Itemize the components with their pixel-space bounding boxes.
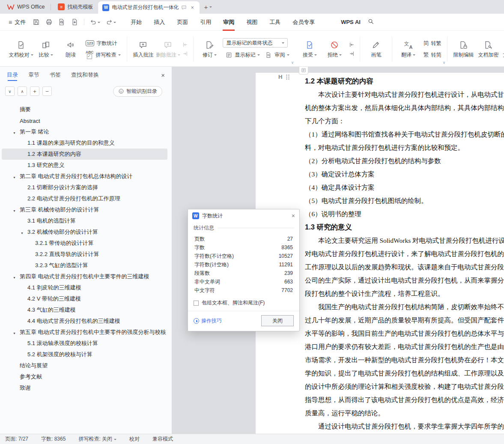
heading-handle-widget[interactable]: H bbox=[278, 74, 290, 80]
reject-button[interactable]: 拒绝 bbox=[322, 39, 347, 59]
toc-item[interactable]: Abstract bbox=[2, 115, 167, 126]
compat-mode-indicator[interactable]: 兼容模式 bbox=[152, 435, 173, 443]
toc-item[interactable]: 3.2.1 带传动的设计计算 bbox=[2, 238, 167, 249]
toc-item[interactable]: 第四章 电动式甘蔗分段打包机中主要零件的三维建模 bbox=[2, 271, 167, 282]
spell-check-button[interactable]: ABC✓ 拼写检查 bbox=[83, 50, 123, 60]
toc-item[interactable]: 4.1 剥皮轮的三维建模 bbox=[2, 282, 167, 293]
toc-item[interactable]: 3.2.2 直线导轨的设计计算 bbox=[2, 249, 167, 260]
ribbon-tab[interactable]: 引用 bbox=[194, 14, 217, 31]
ribbon-tab[interactable]: 会员专享 bbox=[286, 14, 321, 31]
previous-change-icon[interactable] bbox=[347, 41, 356, 48]
track-changes-button[interactable]: 修订 bbox=[197, 39, 222, 59]
ribbon-tab[interactable]: 视图 bbox=[240, 14, 263, 31]
proofread-button[interactable]: 文档校对 bbox=[9, 39, 33, 59]
toc-item[interactable]: 结论与展望 bbox=[2, 360, 167, 371]
ribbon-tab[interactable]: 审阅 bbox=[217, 14, 240, 31]
ribbon-tab[interactable]: 页面 bbox=[171, 14, 194, 31]
toc-item[interactable]: 2.2 电动式甘蔗分段打包机的工作原理 bbox=[2, 193, 167, 204]
toc-item[interactable]: 第一章 绪论 bbox=[2, 126, 167, 137]
expand-triangle-icon[interactable] bbox=[13, 173, 20, 180]
ink-brush-button[interactable]: 画笔 bbox=[364, 39, 388, 59]
document-tab[interactable]: 找稿壳模板 bbox=[53, 0, 98, 14]
navigation-tab[interactable]: 查找和替换 bbox=[71, 67, 99, 83]
translate-button[interactable]: 文A 翻译 bbox=[396, 39, 420, 59]
undo-button[interactable] bbox=[90, 19, 100, 26]
toc-item[interactable]: 3.2 机械传动部分的设计计算 bbox=[2, 226, 167, 238]
print-preview-button[interactable] bbox=[58, 18, 66, 26]
chevron-down-icon[interactable] bbox=[113, 22, 116, 24]
ribbon-tab[interactable]: 工具 bbox=[263, 14, 286, 31]
expand-triangle-icon[interactable] bbox=[13, 329, 20, 336]
toc-item[interactable]: 第五章 电动式甘蔗分段打包机中主要零件的强度分析与校核 bbox=[2, 327, 167, 338]
toc-item[interactable]: 4.3 气缸的三维建模 bbox=[2, 304, 167, 316]
smart-toc-button[interactable]: 智能识别目录 bbox=[113, 86, 162, 97]
toc-item[interactable]: 1.1 课题的来源与研究的目的和意义 bbox=[2, 137, 167, 149]
toc-item[interactable]: 3.2.3 气缸的选型计算 bbox=[2, 260, 167, 271]
toc-item[interactable]: 3.1 电机的选型计算 bbox=[2, 215, 167, 226]
close-dialog-icon[interactable] bbox=[292, 212, 295, 219]
save-button[interactable] bbox=[33, 18, 40, 26]
insert-comment-button[interactable]: 插入批注 bbox=[131, 39, 155, 59]
wps-ai-button[interactable]: WPS AI bbox=[332, 19, 361, 26]
group-expand-icon[interactable] bbox=[443, 60, 446, 65]
toc-item[interactable]: 第二章 电动式甘蔗分段打包机总体结构的设计 bbox=[2, 171, 167, 182]
checkbox-icon[interactable] bbox=[194, 301, 199, 306]
navigation-tab[interactable]: 章节 bbox=[28, 67, 39, 83]
proofread-indicator[interactable]: 校对 bbox=[129, 435, 140, 443]
accept-button[interactable]: 接受 bbox=[297, 39, 322, 59]
expand-triangle-icon[interactable] bbox=[13, 129, 20, 135]
page-indicator[interactable]: 页面: 7/27 bbox=[5, 435, 28, 443]
dialog-titlebar[interactable]: W 字数统计 bbox=[188, 209, 299, 222]
toc-item[interactable]: 2.1 切断部分设计方案的选择 bbox=[2, 182, 167, 193]
new-tab-button[interactable]: + bbox=[204, 3, 208, 11]
close-pane-icon[interactable] bbox=[161, 72, 165, 79]
to-traditional-button[interactable]: 简 转繁 bbox=[420, 38, 444, 48]
show-markup-button[interactable]: 显示标记 bbox=[223, 50, 262, 60]
markup-state-dropdown[interactable]: 显示标记的最终状态 bbox=[223, 38, 288, 48]
close-tab-icon[interactable] bbox=[189, 5, 195, 11]
group-expand-icon[interactable] bbox=[291, 60, 294, 65]
toc-item[interactable]: 第三章 机械传动部分的设计计算 bbox=[2, 204, 167, 215]
next-change-icon[interactable] bbox=[347, 50, 356, 57]
review-button[interactable]: 审阅 bbox=[262, 50, 292, 60]
word-count-button[interactable]: 123 字数统计 bbox=[83, 38, 123, 48]
toc-item[interactable]: 1.2 本课题研究的内容 bbox=[2, 149, 167, 160]
expand-all-button[interactable] bbox=[18, 86, 27, 96]
tips-link[interactable]: 操作技巧 bbox=[194, 317, 222, 325]
navigation-tab[interactable]: 书签 bbox=[50, 67, 61, 83]
document-tab[interactable]: 电动式甘蔗分段打包机一体化 bbox=[98, 1, 200, 14]
floating-tool-button[interactable] bbox=[299, 67, 308, 74]
toc-item[interactable]: 1.3 研究的意义 bbox=[2, 160, 167, 171]
toc-item[interactable]: 摘要 bbox=[2, 104, 167, 115]
drag-handle-icon[interactable] bbox=[286, 74, 290, 80]
export-pdf-button[interactable] bbox=[71, 18, 78, 26]
file-menu-button[interactable]: 文件 bbox=[5, 18, 29, 26]
close-button[interactable]: 关闭 bbox=[261, 315, 294, 326]
toc-item[interactable]: 致谢 bbox=[2, 382, 167, 393]
print-button[interactable] bbox=[45, 18, 53, 26]
word-count-indicator[interactable]: 字数: 8365 bbox=[41, 435, 66, 443]
toc-item[interactable]: 5.1 滚动轴承强度的校核计算 bbox=[2, 338, 167, 349]
comment-bubble-icon[interactable] bbox=[181, 5, 187, 10]
toc-item[interactable]: 参考文献 bbox=[2, 371, 167, 382]
to-simplified-button[interactable]: 繁 转简 bbox=[420, 50, 444, 60]
ribbon-tab[interactable]: 插入 bbox=[148, 14, 171, 31]
finalize-document-button[interactable]: 文档定稿 bbox=[501, 39, 504, 59]
read-aloud-button[interactable]: 朗读 bbox=[58, 39, 83, 59]
collapse-all-button[interactable] bbox=[5, 86, 15, 96]
search-icon[interactable] bbox=[367, 18, 374, 26]
encrypt-document-button[interactable]: 文档加密 bbox=[476, 39, 501, 59]
toc-item[interactable]: 4.4 电动式甘蔗分段打包机的三维建模 bbox=[2, 316, 167, 327]
wps-home-tab[interactable]: WPS Office bbox=[3, 2, 49, 12]
expand-triangle-icon[interactable] bbox=[13, 207, 20, 213]
chevron-down-icon[interactable] bbox=[98, 22, 100, 24]
tab-list-chevron-icon[interactable] bbox=[209, 6, 212, 9]
spell-check-indicator[interactable]: 拼写检查: 关闭 bbox=[78, 435, 116, 443]
toc-item[interactable]: 5.2 机架强度的校核与计算 bbox=[2, 349, 167, 360]
compare-button[interactable]: 比较 bbox=[33, 39, 58, 59]
restrict-editing-button[interactable]: 限制编辑 bbox=[451, 39, 476, 59]
navigation-tab[interactable]: 目录 bbox=[7, 67, 18, 83]
ribbon-tab[interactable]: 开始 bbox=[125, 14, 148, 31]
redo-button[interactable] bbox=[106, 19, 116, 26]
zoom-out-outline-button[interactable] bbox=[42, 86, 52, 96]
